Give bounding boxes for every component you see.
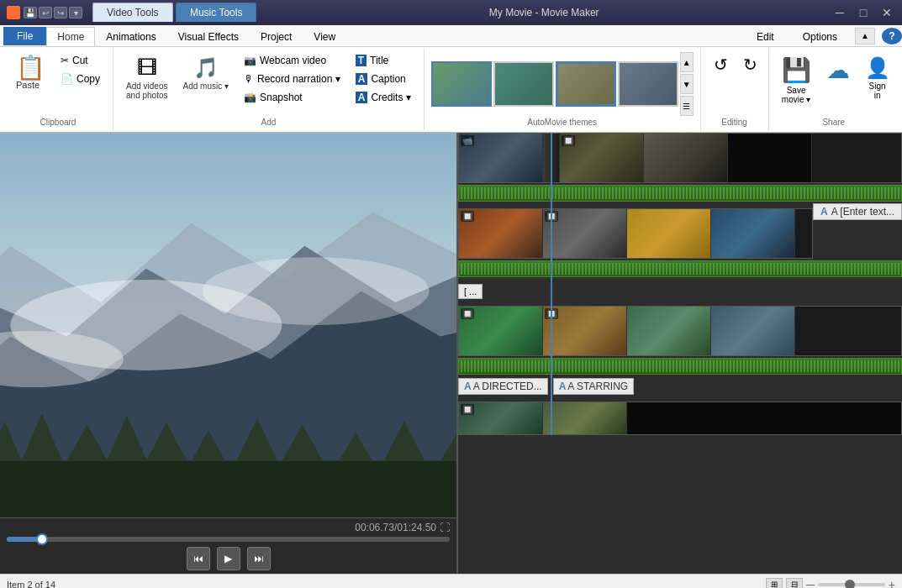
clip-14[interactable]: 🔲 — [459, 402, 543, 434]
app-icon — [7, 6, 20, 19]
snapshot-btn[interactable]: 📸 Snapshot — [238, 89, 346, 106]
audio-track-3 — [458, 358, 902, 375]
starring-overlay[interactable]: A A STARRING — [553, 378, 634, 395]
title-icon: T — [356, 55, 367, 66]
clip-4[interactable] — [644, 134, 728, 182]
status-icon-2[interactable]: ⊟ — [786, 578, 803, 589]
webcam-btn[interactable]: 📷 Webcam video — [238, 52, 346, 69]
main-area: 00:06.73/01:24.50 ⛶ ⏮ ▶ ⏭ — [0, 133, 902, 574]
tab-file[interactable]: File — [3, 27, 46, 45]
credits-icon: A — [356, 92, 368, 103]
music-tools-tab[interactable]: Music Tools — [176, 3, 256, 22]
next-frame-btn[interactable]: ⏭ — [247, 547, 271, 570]
clip-empty — [627, 402, 901, 434]
caption-btn[interactable]: A Caption — [350, 71, 417, 87]
tab-home[interactable]: Home — [46, 27, 95, 46]
window-controls: ─ □ ✕ — [831, 7, 895, 18]
theme-cinematic[interactable] — [493, 61, 554, 107]
credits-container: A A DIRECTED... A A STARRING — [458, 378, 902, 395]
save-movie-btn[interactable]: 💾 Save movie ▾ — [776, 52, 817, 108]
theme-nav-up[interactable]: ▲ — [680, 52, 694, 72]
zoom-slider[interactable] — [818, 583, 885, 586]
clip-3-indicator: 🔲 — [560, 134, 643, 182]
maximize-btn[interactable]: □ — [855, 7, 872, 18]
ellipsis-btn[interactable]: [ ... — [458, 284, 483, 299]
add-videos-btn[interactable]: 🎞 Add videos and photos — [120, 52, 174, 104]
cut-btn[interactable]: ✂ Cut — [55, 52, 106, 69]
caption-overlay-1[interactable]: A A [Enter text... — [813, 203, 902, 220]
tab-visual-effects[interactable]: Visual Effects — [167, 27, 250, 46]
status-icon-1[interactable]: ⊞ — [766, 578, 783, 589]
clip-10[interactable]: 🔲 — [459, 307, 543, 355]
undo-quick-btn[interactable]: ↩ — [39, 7, 52, 18]
copy-btn[interactable]: 📄 Copy — [55, 71, 106, 87]
clip-6[interactable]: 🔲 — [459, 209, 543, 258]
tab-edit[interactable]: Edit — [746, 27, 785, 46]
theme-none[interactable] — [431, 61, 492, 107]
theme-nav-more[interactable]: ☰ — [680, 96, 694, 116]
clip-8[interactable] — [627, 209, 711, 258]
clip-10-icon: 🔲 — [461, 308, 474, 319]
clip-3-icon: 🔲 — [562, 135, 575, 146]
save-quick-btn[interactable]: 💾 — [24, 7, 37, 18]
clip-strip-2[interactable]: 🔲 🔲 — [458, 208, 813, 259]
clip-strip-4[interactable]: 🔲 — [458, 402, 902, 435]
starring-prefix: A — [559, 381, 567, 392]
clip-13[interactable] — [711, 307, 795, 355]
redo-quick-btn[interactable]: ↪ — [54, 7, 67, 18]
clip-3[interactable]: 🔲 — [560, 134, 644, 182]
clip-strip-3[interactable]: 🔲 🔲 — [458, 306, 902, 356]
theme-nav-down[interactable]: ▼ — [680, 74, 694, 94]
tab-view[interactable]: View — [303, 27, 346, 46]
add-group: 🎞 Add videos and photos 🎵 Add music ▾ 📷 … — [113, 49, 425, 130]
tab-animations[interactable]: Animations — [95, 27, 166, 46]
paste-btn[interactable]: 📋 Paste — [10, 52, 51, 94]
video-tools-tab[interactable]: Video Tools — [92, 3, 173, 22]
dropdown-quick-btn[interactable]: ▾ — [69, 7, 82, 18]
help-btn[interactable]: ? — [882, 28, 902, 45]
theme-fade[interactable] — [618, 61, 678, 107]
clip-strip-1[interactable]: 📹 🔲 — [458, 133, 902, 183]
editing-label: Editing — [708, 116, 762, 127]
record-narration-btn[interactable]: 🎙 Record narration ▾ — [238, 71, 346, 87]
share-content: 💾 Save movie ▾ ☁ 👤 Sign in — [776, 52, 896, 116]
starring-text: A STARRING — [567, 381, 628, 392]
prev-frame-btn[interactable]: ⏮ — [187, 547, 210, 570]
clip-9[interactable] — [711, 209, 795, 258]
clip-5[interactable] — [728, 134, 812, 182]
sign-in-btn[interactable]: 👤 Sign in — [859, 52, 896, 104]
title-btn[interactable]: T Title — [350, 52, 417, 69]
clip-14-indicator: 🔲 — [459, 402, 542, 434]
svg-rect-7 — [0, 461, 456, 517]
zoom-in-btn[interactable]: + — [889, 578, 895, 589]
credits-btn[interactable]: A Credits ▾ — [350, 89, 417, 106]
rotate-right-btn[interactable]: ↻ — [737, 52, 763, 77]
clip-7[interactable]: 🔲 — [543, 209, 627, 258]
directed-overlay[interactable]: A A DIRECTED... — [458, 378, 548, 395]
ribbon-expand-btn[interactable]: ▲ — [855, 28, 875, 45]
rotate-left-btn[interactable]: ↺ — [708, 52, 734, 77]
clip-1[interactable]: 📹 — [459, 134, 543, 182]
play-btn[interactable]: ▶ — [217, 547, 240, 570]
clip-12[interactable] — [627, 307, 711, 355]
clip-1-icon: 📹 — [461, 135, 474, 146]
clip-11[interactable]: 🔲 — [543, 307, 627, 355]
timeline-row-3: 🔲 🔲 — [458, 306, 902, 395]
close-btn[interactable]: ✕ — [878, 7, 895, 18]
add-music-btn[interactable]: 🎵 Add music ▾ — [177, 52, 235, 95]
fullscreen-btn[interactable]: ⛶ — [440, 522, 450, 533]
window-title: My Movie - Movie Maker — [489, 7, 599, 18]
tab-project[interactable]: Project — [250, 27, 303, 46]
clip-15[interactable] — [543, 402, 627, 434]
minimize-btn[interactable]: ─ — [831, 7, 848, 18]
progress-bar[interactable] — [7, 537, 450, 542]
cloud-btn[interactable]: ☁ — [820, 52, 856, 88]
progress-thumb — [36, 533, 48, 545]
caption-prefix: A — [820, 206, 828, 218]
timeline-panel[interactable]: 📹 🔲 — [458, 133, 902, 574]
zoom-out-btn[interactable]: ─ — [806, 578, 815, 589]
theme-contemporary[interactable] — [556, 61, 616, 107]
add-label: Add — [120, 116, 417, 127]
tab-options[interactable]: Options — [792, 27, 848, 46]
editing-btns: ↺ ↻ — [708, 52, 763, 77]
